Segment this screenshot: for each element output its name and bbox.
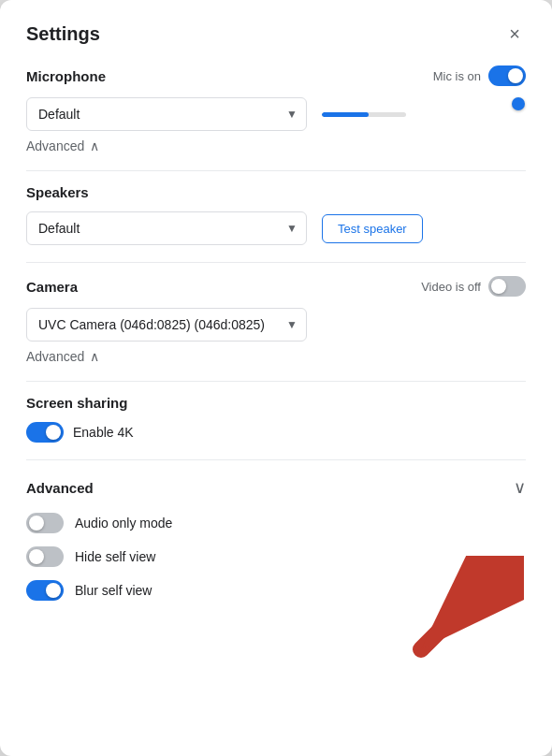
advanced-item-blur-self: Blur self view [26,580,526,601]
camera-title: Camera [26,279,78,295]
camera-select-row: UVC Camera (046d:0825) (046d:0825) Camer… [26,308,526,342]
camera-toggle[interactable] [488,276,526,297]
camera-select[interactable]: UVC Camera (046d:0825) (046d:0825) Camer… [26,308,307,342]
enable-4k-row: Enable 4K [26,422,526,443]
blur-self-label: Blur self view [75,583,152,598]
hide-self-toggle[interactable] [26,546,64,567]
blur-self-toggle[interactable] [26,580,64,601]
settings-panel: Settings × Microphone Mic is on Default … [0,0,552,756]
divider-4 [26,459,526,460]
mic-toggle[interactable] [488,65,526,86]
microphone-section: Microphone Mic is on Default Microphone … [26,65,526,153]
divider-3 [26,381,526,382]
volume-thumb [512,97,525,110]
blur-self-slider [26,580,64,601]
microphone-title: Microphone [26,68,106,84]
mic-toggle-label: Mic is on [433,69,481,83]
microphone-select[interactable]: Default Microphone 1 Microphone 2 [26,97,307,131]
close-button[interactable]: × [503,22,526,45]
speakers-select[interactable]: Default Speaker 1 Speaker 2 [26,211,307,245]
camera-advanced-label: Advanced [26,349,84,364]
advanced-items: Audio only mode Hide self view Blur self… [26,513,526,601]
divider-1 [26,170,526,171]
advanced-section-header[interactable]: Advanced ∨ [26,473,526,502]
hide-self-slider [26,546,64,567]
audio-only-label: Audio only mode [75,516,172,531]
camera-toggle-slider [488,276,526,297]
mic-toggle-slider [488,65,526,86]
advanced-section-title: Advanced [26,480,94,496]
settings-title: Settings [26,23,100,45]
speakers-select-row: Default Speaker 1 Speaker 2 ▼ Test speak… [26,211,526,245]
audio-only-toggle[interactable] [26,513,64,533]
enable-4k-label: Enable 4K [73,425,134,440]
advanced-section: Advanced ∨ Audio only mode Hide self vie… [26,473,526,601]
divider-2 [26,262,526,263]
enable-4k-toggle[interactable] [26,422,64,443]
camera-select-wrap: UVC Camera (046d:0825) (046d:0825) Camer… [26,308,307,342]
microphone-select-row: Default Microphone 1 Microphone 2 ▼ [26,97,526,131]
microphone-volume-bar [322,109,526,119]
screen-sharing-header: Screen sharing [26,395,526,411]
microphone-advanced-row[interactable]: Advanced ∧ [26,138,526,153]
hide-self-label: Hide self view [75,549,155,564]
speakers-select-wrap: Default Speaker 1 Speaker 2 ▼ [26,211,307,245]
volume-track [322,112,406,117]
camera-toggle-label: Video is off [421,280,481,294]
camera-advanced-chevron: ∧ [90,349,99,364]
test-speaker-button[interactable]: Test speaker [322,214,423,243]
microphone-header: Microphone Mic is on [26,65,526,86]
microphone-select-wrap: Default Microphone 1 Microphone 2 ▼ [26,97,307,131]
screen-sharing-title: Screen sharing [26,395,127,411]
volume-fill [322,112,369,117]
microphone-toggle-label-wrap: Mic is on [433,65,526,86]
enable-4k-toggle-slider [26,422,64,443]
advanced-item-audio-only: Audio only mode [26,513,526,533]
camera-header: Camera Video is off [26,276,526,297]
speakers-title: Speakers [26,184,89,200]
settings-header: Settings × [26,22,526,45]
camera-section: Camera Video is off UVC Camera (046d:082… [26,276,526,364]
microphone-advanced-chevron: ∧ [90,138,99,153]
advanced-chevron-icon: ∨ [514,477,526,498]
audio-only-slider [26,513,64,533]
camera-toggle-label-wrap: Video is off [421,276,526,297]
advanced-item-hide-self: Hide self view [26,546,526,567]
screen-sharing-section: Screen sharing Enable 4K [26,395,526,443]
camera-advanced-row[interactable]: Advanced ∧ [26,349,526,364]
speakers-header: Speakers [26,184,526,200]
speakers-section: Speakers Default Speaker 1 Speaker 2 ▼ T… [26,184,526,245]
microphone-advanced-label: Advanced [26,138,84,153]
